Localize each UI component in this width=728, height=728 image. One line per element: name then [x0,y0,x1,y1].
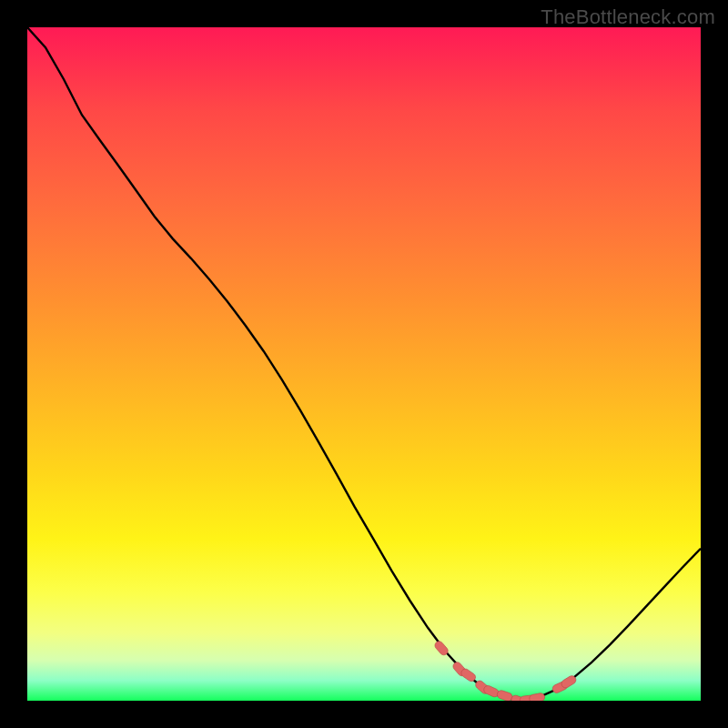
attribution-watermark: TheBottleneck.com [541,5,715,29]
bottleneck-curve [27,27,701,701]
curve-marker [496,690,513,701]
curve-marker [529,693,545,701]
bottleneck-curve-layer [27,27,701,701]
chart-stage: TheBottleneck.com [0,0,728,728]
plot-area [27,27,701,701]
curve-markers [433,640,577,701]
